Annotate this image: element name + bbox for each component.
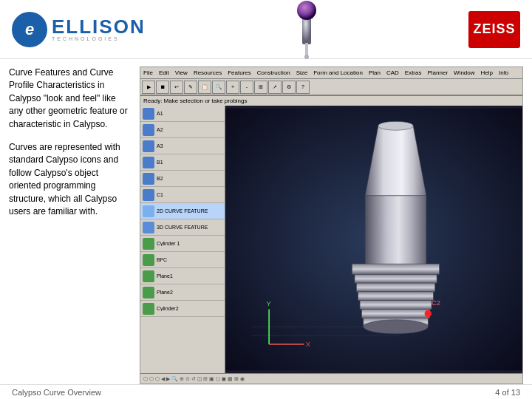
header: e ELLISON TECHNOLOGIES xyxy=(0,0,532,59)
toolbar-btn-5[interactable]: 📋 xyxy=(198,81,211,94)
paragraph-1-text: Curve Features and Curve Profile Charact… xyxy=(9,67,128,129)
feature-item-c1[interactable]: C1 xyxy=(140,187,225,203)
status-bottom-text: ⬡ ⬡ ⬡ ◀ ▶ 🔍 ⊕ ⊙ ↺ ◫ ⊞ ▣ ◻ ◼ ▦ ⊠ ◉ xyxy=(143,376,245,382)
svg-rect-17 xyxy=(360,301,432,310)
feature-label-2d-curve: 2D CURVE FEATURE xyxy=(157,208,208,214)
calypso-ui: File Edit View Resources Features Constr… xyxy=(140,67,522,383)
feature-item-plane1[interactable]: Plane1 xyxy=(140,268,225,284)
svg-text:X: X xyxy=(306,340,311,348)
menu-info[interactable]: Info xyxy=(499,69,508,76)
feature-icon-a3 xyxy=(143,140,154,152)
menu-edit[interactable]: Edit xyxy=(159,69,169,76)
menu-form[interactable]: Form and Location xyxy=(313,69,363,76)
zeiss-logo: ZEISS xyxy=(468,11,520,48)
menu-resources[interactable]: Resources xyxy=(194,69,222,76)
calypso-screenshot: File Edit View Resources Features Constr… xyxy=(140,66,523,384)
feature-item-2d-curve[interactable]: 2D CURVE FEATURE xyxy=(140,203,225,219)
menu-cad[interactable]: CAD xyxy=(386,69,399,76)
feature-item-a1[interactable]: A1 xyxy=(140,106,225,122)
header-center-probe xyxy=(146,0,468,59)
feature-label-a1: A1 xyxy=(157,111,163,116)
footer: Calypso Curve Overview 4 of 13 xyxy=(0,384,532,399)
logo-text: ELLISON TECHNOLOGIES xyxy=(52,17,146,41)
main-content: Curve Features and Curve Profile Charact… xyxy=(0,59,532,384)
svg-rect-18 xyxy=(361,310,429,318)
feature-icon-plane1 xyxy=(143,270,154,282)
3d-scene-svg: X Y xyxy=(225,106,522,373)
paragraph-1: Curve Features and Curve Profile Charact… xyxy=(9,66,131,131)
feature-label-cylinder2: Cylinder2 xyxy=(157,306,179,311)
feature-item-b2[interactable]: B2 xyxy=(140,171,225,187)
feature-item-bfc[interactable]: BFC xyxy=(140,252,225,268)
feature-icon-2d-curve xyxy=(143,205,154,217)
toolbar-btn-10[interactable]: ↗ xyxy=(268,81,282,94)
svg-point-22 xyxy=(425,310,432,317)
feature-item-cylinder1[interactable]: Cylinder 1 xyxy=(140,236,225,252)
menu-window[interactable]: Window xyxy=(454,69,474,76)
feature-icon-cylinder1 xyxy=(143,238,154,250)
svg-rect-13 xyxy=(352,264,439,274)
feature-item-plane2[interactable]: Plane2 xyxy=(140,284,225,301)
viewport-3d: X Y xyxy=(225,106,522,373)
menu-construction[interactable]: Construction xyxy=(257,69,290,76)
feature-item-cylinder2[interactable]: Cylinder2 xyxy=(140,301,225,317)
calypso-status-top: Ready: Make selection or take probings xyxy=(140,95,522,106)
feature-list-panel: A1 A2 A3 B1 xyxy=(140,106,225,373)
feature-item-b1[interactable]: B1 xyxy=(140,154,225,171)
status-text: Ready: Make selection or take probings xyxy=(143,98,248,104)
logo-sub-text: TECHNOLOGIES xyxy=(52,36,146,41)
logo-main-text: ELLISON xyxy=(52,17,146,36)
menu-features[interactable]: Features xyxy=(228,69,251,76)
toolbar-btn-6[interactable]: 🔍 xyxy=(212,81,225,94)
feature-label-plane1: Plane1 xyxy=(157,273,173,279)
toolbar-btn-3[interactable]: ↩ xyxy=(170,81,183,94)
svg-point-20 xyxy=(378,121,413,130)
ellison-logo: e ELLISON TECHNOLOGIES xyxy=(12,12,146,47)
toolbar-btn-2[interactable]: ⏹ xyxy=(156,81,169,94)
feature-icon-c1 xyxy=(143,189,154,201)
feature-label-c1: C1 xyxy=(157,192,163,197)
feature-icon-b1 xyxy=(143,157,154,168)
calypso-toolbar: ▶ ⏹ ↩ ✎ 📋 🔍 + - ⊞ ↗ ⚙ ? xyxy=(140,79,522,95)
svg-rect-2 xyxy=(305,43,308,56)
toolbar-btn-1[interactable]: ▶ xyxy=(142,81,155,94)
menu-file[interactable]: File xyxy=(143,69,153,76)
toolbar-btn-12[interactable]: ? xyxy=(296,81,310,94)
feature-item-3d-curve[interactable]: 3D CURVE FEATURE xyxy=(140,219,225,236)
calypso-body: A1 A2 A3 B1 xyxy=(140,106,522,373)
feature-item-a2[interactable]: A2 xyxy=(140,122,225,138)
footer-title: Calypso Curve Overview xyxy=(12,388,101,397)
toolbar-btn-8[interactable]: - xyxy=(240,81,253,94)
menu-view[interactable]: View xyxy=(175,69,188,76)
svg-point-21 xyxy=(364,320,428,334)
feature-icon-bfc xyxy=(143,254,154,266)
feature-icon-b2 xyxy=(143,173,154,185)
ellison-icon: e xyxy=(12,12,47,47)
svg-rect-14 xyxy=(355,274,437,283)
feature-label-a2: A2 xyxy=(157,127,163,132)
feature-label-cylinder1: Cylinder 1 xyxy=(157,241,180,246)
menu-help[interactable]: Help xyxy=(481,69,493,76)
feature-icon-3d-curve xyxy=(143,222,154,233)
svg-text:Y: Y xyxy=(267,299,272,307)
svg-rect-15 xyxy=(356,283,434,292)
feature-label-b1: B1 xyxy=(157,160,163,165)
feature-label-b2: B2 xyxy=(157,176,163,181)
menu-plan[interactable]: Plan xyxy=(369,69,381,76)
paragraph-2: Curves are represented with standard Cal… xyxy=(9,141,131,218)
probe-image xyxy=(270,0,344,59)
menu-planner[interactable]: Planner xyxy=(427,69,448,76)
menu-size[interactable]: Size xyxy=(296,69,308,76)
toolbar-btn-9[interactable]: ⊞ xyxy=(254,81,267,94)
feature-label-bfc: BFC xyxy=(157,257,167,262)
feature-label-a3: A3 xyxy=(157,143,163,149)
feature-item-a3[interactable]: A3 xyxy=(140,138,225,154)
svg-text:C2: C2 xyxy=(432,299,440,307)
footer-page: 4 of 13 xyxy=(495,388,520,397)
toolbar-btn-4[interactable]: ✎ xyxy=(184,81,197,94)
toolbar-btn-7[interactable]: + xyxy=(226,81,239,94)
feature-label-3d-curve: 3D CURVE FEATURE xyxy=(157,225,208,230)
menu-extras[interactable]: Extras xyxy=(405,69,422,76)
feature-icon-a2 xyxy=(143,124,154,136)
toolbar-btn-11[interactable]: ⚙ xyxy=(282,81,296,94)
